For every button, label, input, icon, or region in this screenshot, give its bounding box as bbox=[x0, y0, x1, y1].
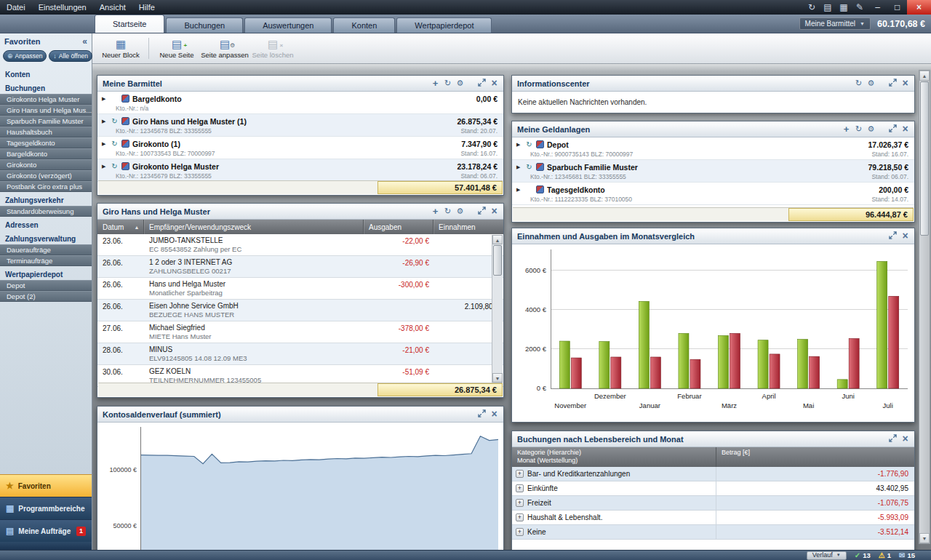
sidebar-item-haushaltsbuch[interactable]: Haushaltsbuch bbox=[0, 127, 92, 137]
account-row[interactable]: ▶↻Depot17.026,37 €Kto.-Nr.: 9000735143 B… bbox=[512, 137, 914, 160]
verlauf-dropdown[interactable]: Verlauf ▼ bbox=[807, 551, 847, 560]
refresh-icon[interactable]: ↻ bbox=[111, 140, 119, 148]
expand-icon[interactable] bbox=[889, 231, 897, 241]
row-expand-icon[interactable]: ▶ bbox=[516, 187, 522, 193]
expand-plus-icon[interactable]: + bbox=[516, 470, 524, 478]
account-row[interactable]: ▶Bargeldkonto0,00 €Kto.-Nr.: n/a bbox=[97, 92, 503, 114]
expand-icon[interactable] bbox=[478, 207, 486, 216]
sidebar-item-girokonto[interactable]: Girokonto bbox=[0, 159, 92, 170]
expand-plus-icon[interactable]: + bbox=[516, 484, 524, 492]
close-icon[interactable]: × bbox=[901, 232, 909, 240]
category-row[interactable]: +Bar- und Kreditkartenzahlungen-1.776,90 bbox=[512, 467, 914, 481]
scroll-thumb[interactable] bbox=[493, 245, 502, 276]
expand-plus-icon[interactable]: + bbox=[516, 513, 524, 521]
refresh-icon[interactable]: ↻ bbox=[444, 79, 452, 87]
sidebar-item-girokonto-helga-muster[interactable]: Girokonto Helga Muster bbox=[0, 94, 92, 105]
column-empfaenger[interactable]: Empfänger/Verwendungszweck bbox=[144, 220, 364, 234]
expand-icon[interactable] bbox=[889, 434, 897, 444]
transaction-row[interactable]: 27.06.Michael SiegfriedMIETE Hans Muster… bbox=[97, 321, 503, 343]
row-expand-icon[interactable]: ▶ bbox=[102, 164, 108, 169]
column-ausgaben[interactable]: Ausgaben bbox=[364, 220, 433, 234]
table-scrollbar[interactable]: ▲ ▼ bbox=[492, 235, 503, 383]
sidebar-item-tagesgeldkonto[interactable]: Tagesgeldkonto bbox=[0, 137, 92, 148]
sidebar-section-buchungen[interactable]: Buchungen bbox=[0, 82, 92, 94]
sidebar-item-bargeldkonto[interactable]: Bargeldkonto bbox=[0, 148, 92, 159]
settings-icon[interactable]: ⚙ bbox=[456, 79, 464, 87]
refresh-icon[interactable]: ↻ bbox=[525, 140, 533, 148]
close-icon[interactable]: × bbox=[901, 435, 909, 443]
account-row[interactable]: ▶↻Sparbuch Familie Muster79.218,50 €Kto.… bbox=[512, 160, 914, 183]
add-icon[interactable]: + bbox=[431, 207, 439, 215]
account-row[interactable]: ▶Tagesgeldkonto200,00 €Kto.-Nr.: 1112223… bbox=[512, 183, 914, 205]
status-warning[interactable]: ⚠1 bbox=[879, 551, 891, 559]
account-row[interactable]: ▶↻Girokonto Helga Muster23.178,24 €Kto.-… bbox=[97, 159, 503, 182]
category-row[interactable]: +Einkünfte43.402,95 bbox=[512, 481, 914, 496]
expand-icon[interactable] bbox=[478, 409, 486, 419]
sidebar-alle-ffnen-button[interactable]: ↓Alle öffnen bbox=[49, 50, 92, 62]
sidebar-item-dauerauftr-ge[interactable]: Daueraufträge bbox=[0, 244, 92, 255]
account-row[interactable]: ▶↻Giro Hans und Helga Muster (1)26.875,3… bbox=[97, 114, 503, 137]
expand-plus-icon[interactable]: + bbox=[516, 528, 524, 536]
toolbar-neue-seite[interactable]: ▤+Neue Seite bbox=[153, 35, 201, 62]
row-expand-icon[interactable]: ▶ bbox=[516, 164, 522, 170]
menu-hilfe[interactable]: Hilfe bbox=[132, 0, 161, 15]
toolbar-neuer-block[interactable]: ▦Neuer Block bbox=[97, 35, 145, 62]
menu-datei[interactable]: Datei bbox=[0, 0, 32, 15]
expand-icon[interactable] bbox=[478, 79, 486, 88]
reports-icon[interactable]: ▦ bbox=[836, 0, 852, 15]
menu-ansicht[interactable]: Ansicht bbox=[93, 0, 132, 15]
column-einnahmen[interactable]: Einnahmen bbox=[433, 220, 503, 234]
close-icon[interactable]: × bbox=[901, 79, 909, 87]
close-icon[interactable]: × bbox=[901, 125, 909, 133]
toolbar-seite-anpassen[interactable]: ▤⚙Seite anpassen bbox=[201, 35, 249, 62]
tab-startseite[interactable]: Startseite bbox=[95, 15, 164, 33]
transaction-row[interactable]: 26.06.Hans und Helga MusterMonatlicher S… bbox=[97, 278, 503, 300]
sync-icon[interactable]: ↻ bbox=[804, 0, 820, 15]
status-check[interactable]: ✓13 bbox=[855, 551, 871, 559]
sidebar-item-depot[interactable]: Depot bbox=[0, 280, 92, 291]
sidebar-item-giro-hans-und-helga-mus[interactable]: Giro Hans und Helga Mus... bbox=[0, 105, 92, 116]
close-icon[interactable]: × bbox=[490, 207, 498, 215]
settings-icon[interactable]: ⚙ bbox=[456, 207, 464, 215]
settings-icon[interactable]: ⚙ bbox=[867, 79, 875, 87]
scroll-down-icon[interactable]: ▼ bbox=[919, 533, 930, 543]
scroll-down-icon[interactable]: ▼ bbox=[492, 373, 503, 383]
status-mail[interactable]: ✉15 bbox=[899, 551, 915, 559]
transaction-row[interactable]: 26.06.1 2 oder 3 INTERNET AGZAHLUNGSBELE… bbox=[97, 256, 503, 278]
sidebar-section-wertpapierdepot[interactable]: Wertpapierdepot bbox=[0, 268, 92, 280]
sidebar-item-sparbuch-familie-muster[interactable]: Sparbuch Familie Muster bbox=[0, 116, 92, 127]
category-row[interactable]: +Haushalt & Lebenshalt.-5.993,09 bbox=[512, 511, 914, 525]
close-icon[interactable]: × bbox=[490, 410, 498, 418]
sidebar-item-standard-berweisung[interactable]: Standardüberweisung bbox=[0, 206, 92, 217]
sidebar-item-depot-2[interactable]: Depot (2) bbox=[0, 291, 92, 302]
refresh-icon[interactable]: ↻ bbox=[855, 79, 863, 87]
expand-icon[interactable] bbox=[889, 124, 897, 134]
tab-wertpapierdepot[interactable]: Wertpapierdepot bbox=[396, 17, 492, 33]
menu-einstellungen[interactable]: Einstellungen bbox=[32, 0, 93, 15]
expand-icon[interactable] bbox=[889, 79, 897, 88]
sidebar-footer-meine-auftr-ge[interactable]: ▤Meine Aufträge1 bbox=[0, 519, 92, 542]
refresh-icon[interactable]: ↻ bbox=[111, 162, 119, 170]
column-betrag[interactable]: Betrag [€] bbox=[716, 447, 914, 467]
add-icon[interactable]: + bbox=[842, 125, 850, 133]
tab-auswertungen[interactable]: Auswertungen bbox=[244, 17, 332, 33]
collapse-sidebar-icon[interactable]: « bbox=[82, 36, 87, 47]
row-expand-icon[interactable]: ▶ bbox=[102, 119, 108, 124]
tab-buchungen[interactable]: Buchungen bbox=[166, 17, 243, 33]
settings-icon[interactable]: ⚙ bbox=[867, 125, 875, 133]
sidebar-section-konten[interactable]: Konten bbox=[0, 68, 92, 80]
minimize-button[interactable]: – bbox=[868, 0, 887, 15]
refresh-icon[interactable]: ↻ bbox=[855, 125, 863, 133]
column-datum[interactable]: Datum ▲ bbox=[97, 220, 144, 234]
sidebar-item-postbank-giro-extra-plus[interactable]: Postbank Giro extra plus bbox=[0, 181, 92, 192]
category-row[interactable]: +Freizeit-1.076,75 bbox=[512, 496, 914, 511]
refresh-icon[interactable]: ↻ bbox=[111, 117, 119, 125]
transaction-row[interactable]: 23.06.JUMBO-TANKSTELLEEC 85543852 Zahlun… bbox=[97, 234, 503, 256]
close-button[interactable]: × bbox=[907, 0, 931, 15]
sidebar-footer-favoriten[interactable]: ★Favoriten bbox=[0, 474, 92, 497]
row-expand-icon[interactable]: ▶ bbox=[102, 141, 108, 147]
sidebar-section-zahlungsverwaltung[interactable]: Zahlungsverwaltung bbox=[0, 233, 92, 244]
add-icon[interactable]: + bbox=[431, 79, 439, 87]
scroll-thumb[interactable] bbox=[920, 81, 929, 236]
edit-icon[interactable]: ✎ bbox=[852, 0, 868, 15]
